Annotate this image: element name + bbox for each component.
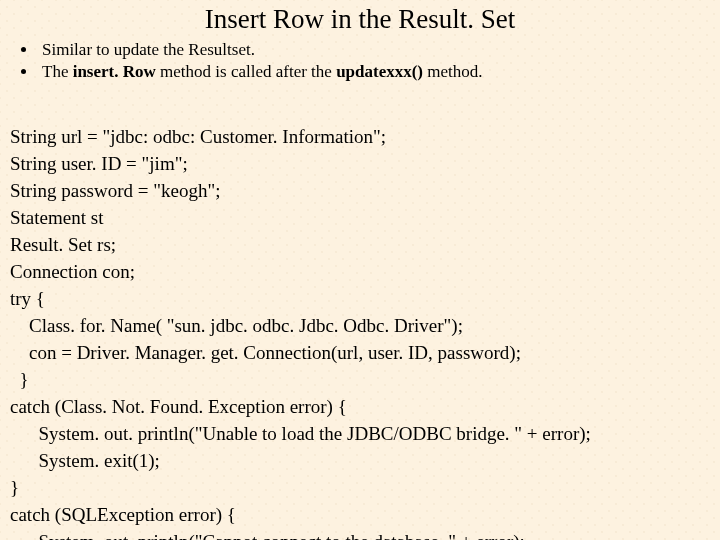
code-line: }	[10, 477, 19, 498]
code-block: String url = "jdbc: odbc: Customer. Info…	[10, 97, 710, 540]
bullet-item: Similar to update the Resultset.	[38, 39, 710, 61]
code-line: System. exit(1);	[10, 450, 160, 471]
code-line: String password = "keogh";	[10, 180, 220, 201]
slide-title: Insert Row in the Result. Set	[10, 4, 710, 35]
bullet-text-pre: The	[42, 62, 73, 81]
bullet-list: Similar to update the Resultset. The ins…	[10, 39, 710, 83]
slide: Insert Row in the Result. Set Similar to…	[0, 0, 720, 540]
code-line: catch (Class. Not. Found. Exception erro…	[10, 396, 347, 417]
bullet-text: Similar to update the Resultset.	[42, 40, 255, 59]
bullet-bold: updatexxx()	[336, 62, 423, 81]
code-line: Class. for. Name( "sun. jdbc. odbc. Jdbc…	[10, 315, 463, 336]
bullet-text-mid: method is called after the	[156, 62, 336, 81]
code-line: System. out. println("Unable to load the…	[10, 423, 591, 444]
bullet-item: The insert. Row method is called after t…	[38, 61, 710, 83]
code-line: Statement st	[10, 207, 103, 228]
code-line: String url = "jdbc: odbc: Customer. Info…	[10, 126, 386, 147]
code-line: String user. ID = "jim";	[10, 153, 188, 174]
code-line: Result. Set rs;	[10, 234, 116, 255]
code-line: try {	[10, 288, 45, 309]
bullet-bold: insert. Row	[73, 62, 156, 81]
code-line: catch (SQLException error) {	[10, 504, 236, 525]
code-line: con = Driver. Manager. get. Connection(u…	[10, 342, 521, 363]
code-line: System. out. println("Cannot connect to …	[10, 531, 525, 540]
code-line: }	[10, 369, 29, 390]
code-line: Connection con;	[10, 261, 135, 282]
bullet-text-post: method.	[423, 62, 483, 81]
